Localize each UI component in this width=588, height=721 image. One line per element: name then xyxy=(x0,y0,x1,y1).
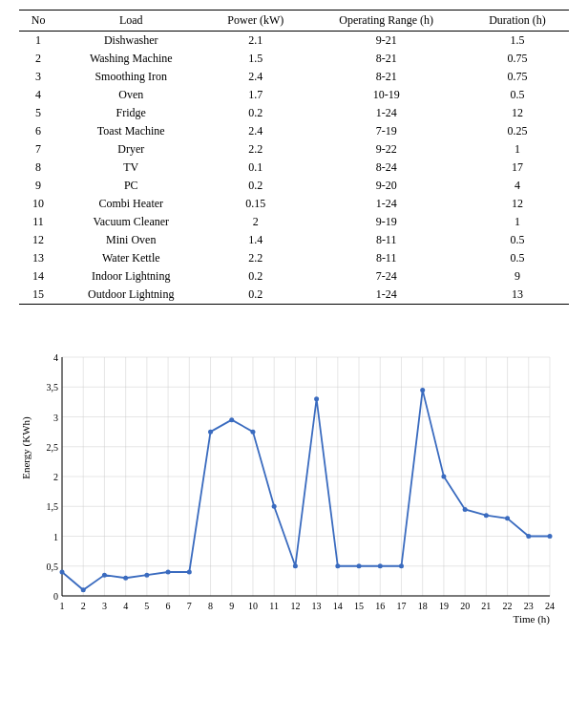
table-cell: 2 xyxy=(19,50,57,68)
table-cell: 14 xyxy=(19,267,57,286)
table-row: 4Oven1.710-190.5 xyxy=(19,86,569,104)
table-cell: 8-21 xyxy=(306,50,466,68)
table-cell: 0.5 xyxy=(466,231,569,249)
table-cell: 0.1 xyxy=(204,159,306,177)
table-row: 6Toast Machine2.47-190.25 xyxy=(19,122,569,140)
table-cell: 2.2 xyxy=(204,140,306,159)
table-cell: 0.2 xyxy=(204,104,306,122)
col-header-duration: Duration (h) xyxy=(466,11,569,32)
table-row: 10Combi Heater0.151-2412 xyxy=(19,195,569,213)
table-cell: 12 xyxy=(19,231,57,249)
table-cell: Washing Machine xyxy=(57,50,204,68)
svg-text:7: 7 xyxy=(187,601,192,611)
svg-text:8: 8 xyxy=(208,601,213,611)
svg-point-78 xyxy=(229,417,234,422)
table-row: 15Outdoor Lightning0.21-2413 xyxy=(19,286,569,305)
svg-point-83 xyxy=(335,563,340,568)
table-cell: 0.2 xyxy=(204,177,306,195)
table-cell: Water Kettle xyxy=(57,249,204,267)
table-cell: 0.5 xyxy=(466,86,569,104)
col-header-no: No xyxy=(19,11,57,32)
table-cell: 9 xyxy=(466,267,569,286)
table-cell: 9 xyxy=(19,177,57,195)
table-cell: 1 xyxy=(19,32,57,51)
table-cell: Toast Machine xyxy=(57,122,204,140)
table-cell: 1.5 xyxy=(204,50,306,68)
svg-point-92 xyxy=(526,534,531,539)
svg-text:0,5: 0,5 xyxy=(47,562,59,572)
table-cell: Dishwasher xyxy=(57,32,204,51)
svg-point-88 xyxy=(441,475,446,479)
svg-text:9: 9 xyxy=(229,601,234,611)
table-cell: 9-19 xyxy=(306,213,466,231)
svg-text:1,5: 1,5 xyxy=(47,501,59,512)
svg-point-85 xyxy=(378,563,383,568)
table-cell: 4 xyxy=(466,177,569,195)
table-cell: 2.2 xyxy=(204,249,306,267)
table-row: 9PC0.29-204 xyxy=(19,177,569,195)
svg-text:22: 22 xyxy=(503,601,513,611)
table-row: 13Water Kettle2.28-110.5 xyxy=(19,249,569,267)
svg-text:6: 6 xyxy=(166,601,171,611)
svg-point-79 xyxy=(250,430,255,435)
table-cell: 0.2 xyxy=(204,286,306,305)
table-row: 12Mini Oven1.48-110.5 xyxy=(19,231,569,249)
svg-text:10: 10 xyxy=(248,601,258,611)
svg-text:5: 5 xyxy=(144,601,149,611)
svg-text:23: 23 xyxy=(524,601,534,611)
table-cell: 1 xyxy=(466,140,569,159)
table-cell: 0.25 xyxy=(466,122,569,140)
table-row: 8TV0.18-2417 xyxy=(19,159,569,177)
svg-text:19: 19 xyxy=(439,601,449,611)
table-cell: Fridge xyxy=(57,104,204,122)
svg-point-89 xyxy=(463,507,468,512)
svg-point-73 xyxy=(123,576,128,581)
svg-text:15: 15 xyxy=(354,601,364,611)
svg-point-90 xyxy=(484,513,489,518)
table-cell: 1-24 xyxy=(306,195,466,213)
table-cell: 10 xyxy=(19,195,57,213)
table-cell: 0.75 xyxy=(466,50,569,68)
table-cell: 0.2 xyxy=(204,267,306,286)
table-row: 5Fridge0.21-2412 xyxy=(19,104,569,122)
svg-text:3,5: 3,5 xyxy=(47,382,59,392)
svg-text:2,5: 2,5 xyxy=(47,442,59,453)
svg-text:11: 11 xyxy=(269,601,279,611)
table-cell: 11 xyxy=(19,213,57,231)
svg-text:0: 0 xyxy=(53,591,58,602)
svg-point-70 xyxy=(60,570,65,575)
table-cell: Oven xyxy=(57,86,204,104)
svg-point-93 xyxy=(548,534,553,539)
table-cell: 4 xyxy=(19,86,57,104)
svg-point-82 xyxy=(314,396,319,401)
table-row: 14Indoor Lightning0.27-249 xyxy=(19,267,569,286)
table-cell: 7 xyxy=(19,140,57,159)
table-cell: 13 xyxy=(466,286,569,305)
svg-point-75 xyxy=(166,570,171,575)
table-cell: 9-21 xyxy=(306,32,466,51)
svg-text:1: 1 xyxy=(60,601,65,611)
svg-text:4: 4 xyxy=(123,601,128,611)
svg-text:18: 18 xyxy=(418,601,428,611)
table-cell: Smoothing Iron xyxy=(57,68,204,86)
svg-point-81 xyxy=(293,563,298,568)
table-cell: 7-19 xyxy=(306,122,466,140)
svg-text:Energy (KWh): Energy (KWh) xyxy=(20,416,32,479)
table-cell: 1.4 xyxy=(204,231,306,249)
table-cell: 0.75 xyxy=(466,68,569,86)
table-cell: 5 xyxy=(19,104,57,122)
table-cell: 8-21 xyxy=(306,68,466,86)
table-cell: 1.7 xyxy=(204,86,306,104)
table-cell: Indoor Lightning xyxy=(57,267,204,286)
table-cell: 1-24 xyxy=(306,104,466,122)
table-cell: Dryer xyxy=(57,140,204,159)
table-cell: 13 xyxy=(19,249,57,267)
svg-text:4: 4 xyxy=(53,352,58,363)
svg-text:14: 14 xyxy=(333,601,343,611)
svg-point-77 xyxy=(208,430,213,435)
table-cell: PC xyxy=(57,177,204,195)
table-cell: 2.4 xyxy=(204,122,306,140)
svg-text:13: 13 xyxy=(312,601,322,611)
table-cell: 2 xyxy=(204,213,306,231)
table-row: 2Washing Machine1.58-210.75 xyxy=(19,50,569,68)
